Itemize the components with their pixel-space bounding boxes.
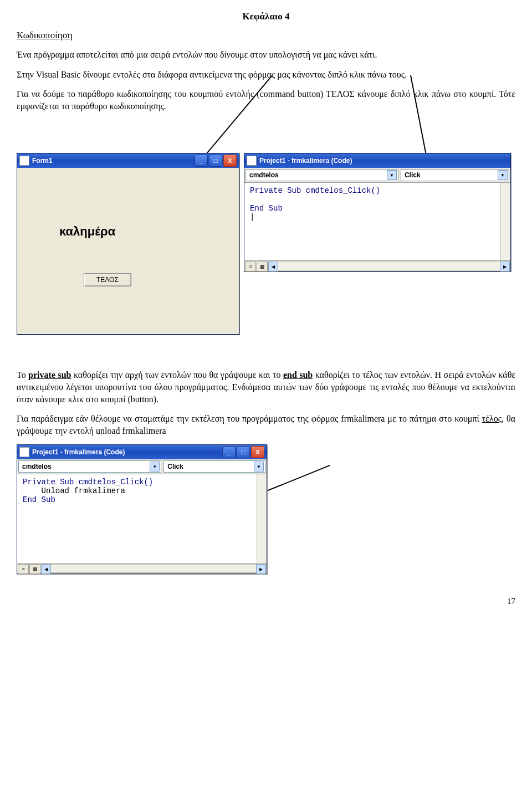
maximize-button[interactable]: □ — [209, 155, 222, 167]
paragraph-5: Για παράδειγμα εάν θέλουμε να σταματάμε … — [17, 413, 515, 437]
code-window-1: Project1 - frmkalimera (Code) cmdtelos ▼… — [244, 153, 511, 271]
code-icon — [247, 156, 257, 166]
chevron-down-icon: ▼ — [387, 170, 397, 180]
minimize-button[interactable]: _ — [195, 155, 208, 167]
close-button[interactable]: X — [223, 155, 237, 167]
codewin1-body[interactable]: Private Sub cmdtelos_Click() End Sub | — [244, 183, 510, 260]
horizontal-scrollbar[interactable]: ◀ ▶ — [41, 564, 266, 573]
vertical-scrollbar[interactable] — [500, 183, 510, 260]
code-text: Private Sub cmdtelos_Click() End Sub | — [244, 183, 510, 225]
form1-window: Form1 _ □ X καλημέρα ΤΕΛΟΣ — [17, 153, 239, 335]
paragraph-2: Στην Visual Basic δίνουμε εντολές στα δι… — [17, 69, 515, 81]
code-window-2: Project1 - frmkalimera (Code) _ □ X cmdt… — [17, 444, 267, 574]
view-full-icon[interactable]: ▦ — [257, 262, 268, 271]
minimize-button[interactable]: _ — [222, 446, 236, 458]
paragraph-3: Για να δούμε το παράθυρο κωδικοποίησης τ… — [17, 88, 515, 112]
codewin1-bottom: ≡ ▦ ◀ ▶ — [244, 260, 510, 271]
paragraph-4: Το private sub καθορίζει την αρχή των εν… — [17, 369, 515, 405]
scroll-right-icon[interactable]: ▶ — [500, 262, 510, 271]
page-number: 17 — [507, 597, 515, 606]
form1-title: Form1 — [32, 157, 195, 165]
procedure-combo[interactable]: Click ▼ — [401, 169, 509, 181]
codewin2-combo-row: cmdtelos ▼ Click ▼ — [17, 459, 267, 474]
paragraph-1: Ένα πρόγραμμα αποτελείται από μια σειρά … — [17, 49, 515, 61]
form-label-kalimera: καλημέρα — [56, 223, 119, 240]
procedure-combo-value: Click — [405, 171, 421, 179]
codewin1-titlebar: Project1 - frmkalimera (Code) — [244, 153, 510, 168]
maximize-button[interactable]: □ — [237, 446, 250, 458]
codewin2-bottom: ≡ ▦ ◀ ▶ — [17, 563, 267, 573]
object-combo-value: cmdtelos — [22, 463, 52, 470]
view-full-icon[interactable]: ▦ — [29, 564, 40, 574]
screenshot-1: Form1 _ □ X καλημέρα ΤΕΛΟΣ Project1 - fr… — [17, 120, 515, 358]
section-title: Κωδικοποίηση — [17, 30, 515, 41]
chevron-down-icon: ▼ — [254, 462, 264, 472]
object-combo[interactable]: cmdtelos ▼ — [245, 169, 398, 181]
scroll-left-icon[interactable]: ◀ — [268, 262, 278, 271]
vertical-scrollbar[interactable] — [257, 474, 267, 563]
object-combo[interactable]: cmdtelos ▼ — [18, 460, 161, 473]
scroll-left-icon[interactable]: ◀ — [41, 564, 51, 574]
form1-titlebar: Form1 _ □ X — [17, 153, 239, 168]
codewin2-titlebar: Project1 - frmkalimera (Code) _ □ X — [17, 445, 267, 459]
view-proc-icon[interactable]: ≡ — [245, 262, 256, 271]
codewin1-title: Project1 - frmkalimera (Code) — [259, 157, 508, 165]
view-proc-icon[interactable]: ≡ — [18, 564, 29, 574]
object-combo-value: cmdtelos — [249, 171, 279, 179]
screenshot-2: Project1 - frmkalimera (Code) _ □ X cmdt… — [17, 444, 515, 588]
procedure-combo-value: Click — [167, 463, 183, 470]
chapter-title: Κεφάλαιο 4 — [17, 11, 515, 22]
chevron-down-icon: ▼ — [498, 170, 508, 180]
procedure-combo[interactable]: Click ▼ — [163, 460, 265, 473]
code-icon — [19, 447, 29, 457]
codewin2-title: Project1 - frmkalimera (Code) — [32, 448, 222, 456]
code-text: Private Sub cmdtelos_Click() Unload frmk… — [17, 474, 267, 508]
form-icon — [19, 156, 29, 166]
telos-button[interactable]: ΤΕΛΟΣ — [84, 273, 131, 286]
chevron-down-icon: ▼ — [150, 462, 160, 472]
form1-body: καλημέρα ΤΕΛΟΣ — [17, 168, 239, 334]
codewin2-body[interactable]: Private Sub cmdtelos_Click() Unload frmk… — [17, 474, 267, 563]
scroll-right-icon[interactable]: ▶ — [256, 564, 266, 574]
horizontal-scrollbar[interactable]: ◀ ▶ — [268, 262, 510, 270]
codewin1-combo-row: cmdtelos ▼ Click ▼ — [244, 168, 510, 183]
close-button[interactable]: X — [251, 446, 264, 458]
